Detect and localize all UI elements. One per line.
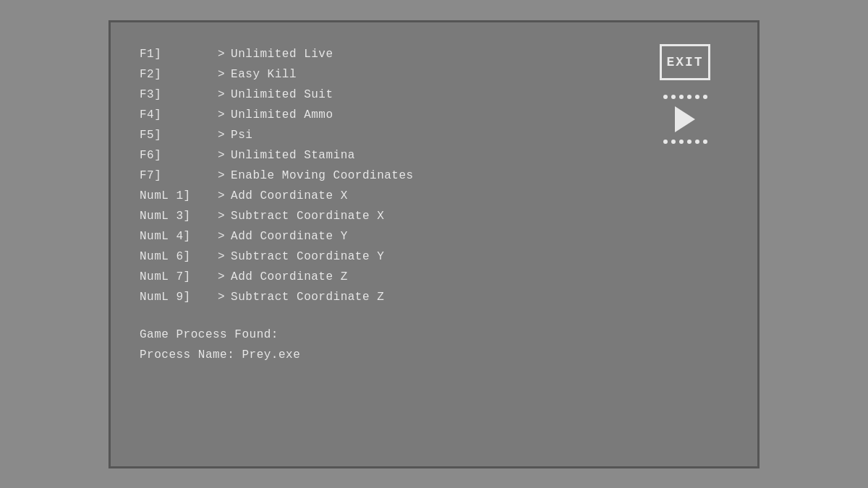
dot xyxy=(663,140,668,144)
arrow-icon: > xyxy=(218,46,225,63)
dot xyxy=(671,140,676,144)
menu-item: F1]>Unlimited Live xyxy=(140,44,642,64)
menu-item: F4]>Unlimited Ammo xyxy=(140,105,642,125)
action-label[interactable]: Subtract Coordinate Y xyxy=(231,248,384,265)
arrow-icon: > xyxy=(218,248,225,265)
action-label[interactable]: Unlimited Stamina xyxy=(231,147,355,164)
key-binding: F2] xyxy=(140,66,212,83)
key-binding: F6] xyxy=(140,147,212,164)
dot xyxy=(671,95,676,99)
action-label[interactable]: Unlimited Suit xyxy=(231,86,333,103)
key-binding: NumL 3] xyxy=(140,207,212,225)
dot xyxy=(703,140,707,144)
key-binding: NumL 4] xyxy=(140,228,212,245)
menu-item: F7]>Enable Moving Coordinates xyxy=(140,166,642,186)
action-label[interactable]: Unlimited Live xyxy=(231,46,333,63)
separator xyxy=(140,307,642,319)
action-label[interactable]: Subtract Coordinate Z xyxy=(231,288,384,306)
key-binding: NumL 6] xyxy=(140,248,212,265)
arrow-icon: > xyxy=(218,207,225,225)
content-area: F1]>Unlimited LiveF2]>Easy KillF3]>Unlim… xyxy=(140,44,642,445)
menu-item: NumL 6]>Subtract Coordinate Y xyxy=(140,247,642,267)
key-binding: F4] xyxy=(140,106,212,124)
action-label[interactable]: Easy Kill xyxy=(231,66,297,83)
dots-top xyxy=(663,95,707,99)
play-icon[interactable] xyxy=(675,106,695,132)
exit-button[interactable]: EXIT xyxy=(660,44,710,80)
action-label[interactable]: Add Coordinate X xyxy=(231,187,348,205)
arrow-icon: > xyxy=(218,86,225,103)
arrow-icon: > xyxy=(218,106,225,124)
arrow-icon: > xyxy=(218,147,225,164)
dot xyxy=(663,95,668,99)
action-label[interactable]: Add Coordinate Z xyxy=(231,268,348,286)
menu-item: F2]>Easy Kill xyxy=(140,64,642,85)
menu-item: NumL 1]>Add Coordinate X xyxy=(140,186,642,206)
menu-item: NumL 7]>Add Coordinate Z xyxy=(140,267,642,287)
menu-item: F3]>Unlimited Suit xyxy=(140,85,642,105)
menu-item: F5]>Psi xyxy=(140,125,642,145)
key-binding: F7] xyxy=(140,167,212,184)
action-label[interactable]: Subtract Coordinate X xyxy=(231,207,384,225)
key-binding: NumL 7] xyxy=(140,268,212,286)
status-area: Game Process Found: Process Name: Prey.e… xyxy=(140,325,642,367)
arrow-icon: > xyxy=(218,167,225,184)
dot xyxy=(687,140,692,144)
dot xyxy=(679,95,684,99)
dots-bottom xyxy=(663,140,707,144)
side-panel: EXIT xyxy=(642,44,728,445)
menu-item: NumL 9]>Subtract Coordinate Z xyxy=(140,287,642,307)
arrow-icon: > xyxy=(218,228,225,245)
exit-button-label: EXIT xyxy=(666,55,703,69)
key-binding: NumL 9] xyxy=(140,288,212,306)
dot xyxy=(703,95,707,99)
main-window: F1]>Unlimited LiveF2]>Easy KillF3]>Unlim… xyxy=(109,20,760,468)
play-button-container xyxy=(663,95,707,144)
status-line-1: Game Process Found: xyxy=(140,325,642,346)
arrow-icon: > xyxy=(218,187,225,205)
arrow-icon: > xyxy=(218,288,225,306)
dot xyxy=(695,140,699,144)
status-line-2: Process Name: Prey.exe xyxy=(140,345,642,366)
menu-item: NumL 3]>Subtract Coordinate X xyxy=(140,206,642,226)
arrow-icon: > xyxy=(218,127,225,144)
dot xyxy=(695,95,699,99)
arrow-icon: > xyxy=(218,66,225,83)
action-label[interactable]: Add Coordinate Y xyxy=(231,228,348,245)
arrow-icon: > xyxy=(218,268,225,286)
key-binding: F1] xyxy=(140,46,212,63)
action-label[interactable]: Unlimited Ammo xyxy=(231,106,333,124)
key-binding: F5] xyxy=(140,127,212,144)
dot xyxy=(679,140,684,144)
key-binding: NumL 1] xyxy=(140,187,212,205)
menu-item: F6]>Unlimited Stamina xyxy=(140,145,642,166)
key-binding: F3] xyxy=(140,86,212,103)
menu-list: F1]>Unlimited LiveF2]>Easy KillF3]>Unlim… xyxy=(140,44,642,307)
action-label[interactable]: Enable Moving Coordinates xyxy=(231,167,414,184)
dot xyxy=(687,95,692,99)
menu-item: NumL 4]>Add Coordinate Y xyxy=(140,226,642,247)
action-label[interactable]: Psi xyxy=(231,127,252,144)
